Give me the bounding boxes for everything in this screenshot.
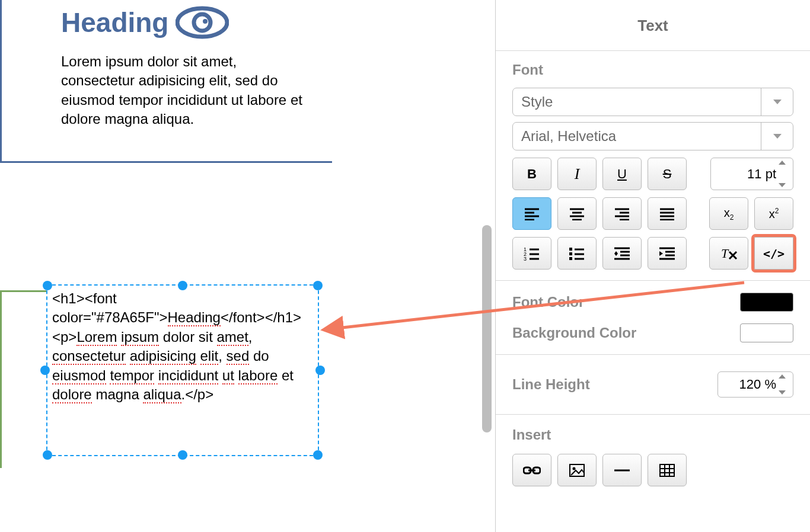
- font-size-stepper[interactable]: [779, 161, 790, 187]
- svg-point-49: [573, 467, 576, 470]
- rendered-heading-box: Heading Lorem ipsum dolor sit amet, cons…: [0, 0, 332, 163]
- line-height-value: 120 %: [739, 377, 776, 392]
- insert-section: Insert: [496, 414, 810, 498]
- scrollbar-thumb[interactable]: [482, 225, 492, 432]
- svg-text:3: 3: [524, 256, 527, 261]
- green-box-edge: [0, 290, 46, 468]
- line-height-row: Line Height 120 %: [496, 354, 810, 414]
- svg-point-2: [203, 19, 208, 24]
- heading-text: Heading: [61, 7, 168, 39]
- font-size-value: 11 pt: [747, 166, 776, 182]
- line-height-stepper[interactable]: [779, 374, 790, 395]
- svg-rect-29: [569, 257, 572, 260]
- body-text: Lorem ipsum dolor sit amet, consectetur …: [61, 52, 307, 129]
- eye-icon: [176, 5, 229, 40]
- svg-marker-38: [659, 251, 663, 256]
- resize-handle-sw[interactable]: [43, 450, 52, 460]
- svg-rect-25: [569, 248, 572, 251]
- align-center-button[interactable]: [557, 197, 597, 230]
- insert-table-button[interactable]: [648, 454, 687, 486]
- insert-link-button[interactable]: [512, 454, 551, 486]
- svg-rect-51: [660, 464, 674, 476]
- font-section: Font Style Arial, Helvetica B I U S 11 p…: [496, 50, 810, 280]
- background-color-label: Background Color: [512, 325, 636, 341]
- strikethrough-button[interactable]: S: [648, 158, 687, 190]
- indent-button[interactable]: [648, 237, 687, 270]
- font-color-label: Font Color: [512, 294, 584, 310]
- clear-formatting-button[interactable]: T: [709, 237, 748, 270]
- align-left-button[interactable]: [512, 197, 551, 230]
- font-color-swatch[interactable]: [740, 293, 793, 312]
- font-size-input[interactable]: 11 pt: [710, 158, 793, 190]
- editing-textbox[interactable]: <h1><font color="#78A65F">Heading</font>…: [46, 284, 319, 456]
- italic-button[interactable]: I: [557, 158, 597, 190]
- svg-text:T: T: [721, 246, 729, 261]
- chevron-down-icon[interactable]: [761, 88, 793, 116]
- resize-handle-se[interactable]: [313, 450, 323, 460]
- insert-hr-button[interactable]: [602, 454, 642, 486]
- font-style-placeholder: Style: [521, 94, 553, 110]
- svg-marker-32: [614, 251, 618, 254]
- canvas-area[interactable]: Heading Lorem ipsum dolor sit amet, cons…: [0, 0, 479, 532]
- align-right-button[interactable]: [602, 197, 642, 230]
- vertical-scrollbar[interactable]: [482, 0, 492, 532]
- ordered-list-button[interactable]: 123: [512, 237, 551, 270]
- superscript-button[interactable]: x2: [754, 197, 793, 230]
- text-properties-panel: Text Font Style Arial, Helvetica B I U S…: [495, 0, 810, 532]
- unordered-list-button[interactable]: [557, 237, 597, 270]
- html-source-text[interactable]: <h1><font color="#78A65F">Heading</font>…: [47, 286, 318, 408]
- svg-rect-27: [569, 252, 572, 255]
- insert-image-button[interactable]: [557, 454, 597, 486]
- outdent-button[interactable]: [602, 237, 642, 270]
- bold-button[interactable]: B: [512, 158, 551, 190]
- subscript-button[interactable]: x2: [709, 197, 748, 230]
- line-height-input[interactable]: 120 %: [717, 371, 793, 398]
- svg-point-1: [194, 14, 211, 31]
- font-section-label: Font: [512, 62, 793, 78]
- html-mode-button[interactable]: </>: [754, 237, 793, 270]
- resize-handle-s[interactable]: [178, 450, 187, 460]
- align-justify-button[interactable]: [648, 197, 687, 230]
- underline-button[interactable]: U: [602, 158, 642, 190]
- chevron-down-icon[interactable]: [761, 123, 793, 150]
- font-family-value: Arial, Helvetica: [521, 128, 616, 145]
- line-height-label: Line Height: [512, 376, 590, 393]
- background-color-row: Background Color: [496, 318, 810, 348]
- background-color-swatch[interactable]: [740, 323, 793, 342]
- svg-marker-33: [614, 254, 618, 256]
- font-style-select[interactable]: Style: [512, 88, 793, 116]
- insert-section-label: Insert: [512, 427, 793, 443]
- font-color-row: Font Color: [496, 287, 810, 318]
- font-family-select[interactable]: Arial, Helvetica: [512, 122, 793, 150]
- panel-title: Text: [496, 0, 810, 50]
